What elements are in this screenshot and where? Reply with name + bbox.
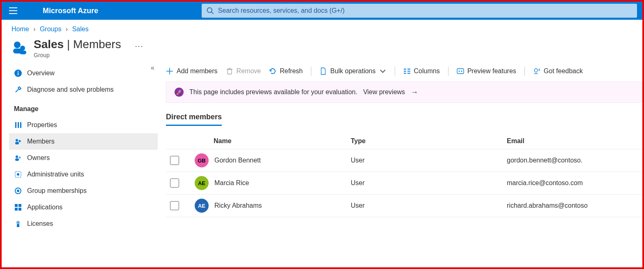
svg-point-22 [17,173,19,176]
sidebar-label: Administrative units [27,171,84,178]
svg-rect-1 [9,10,17,11]
col-type[interactable]: Type [351,137,507,145]
toolbar-label: Add members [177,67,218,75]
member-name-link[interactable]: Gordon Bennett [214,157,261,164]
bulk-operations-button[interactable]: Bulk operations [320,67,386,75]
toolbar: Add members Remove Refresh Bulk operatio… [166,65,642,81]
owners-icon [14,154,22,162]
sidebar-label: Members [27,138,55,145]
table-header: Name Type Email [166,133,642,149]
svg-point-11 [18,71,18,72]
sidebar-label: Diagnose and solve problems [27,86,114,93]
page-title-strong: Sales [34,38,64,51]
preview-features-button[interactable]: Preview features [457,67,516,75]
table-row[interactable]: AERicky AbrahamsUserrichard.abrahams@con… [166,195,642,217]
brand-link[interactable]: Microsoft Azure [43,7,98,15]
members-icon [14,137,22,146]
svg-point-18 [16,155,18,158]
toolbar-label: Columns [414,67,440,75]
toolbar-separator [311,67,311,76]
group-icon [12,39,28,56]
svg-rect-42 [457,69,464,74]
sidebar-item-licenses[interactable]: Licenses [9,216,158,232]
sidebar-label: Licenses [27,220,53,227]
member-name-link[interactable]: Ricky Abrahams [214,202,262,209]
page-title-rest: | Members [64,38,121,51]
sidebar-item-applications[interactable]: Applications [9,199,158,216]
sidebar-item-overview[interactable]: Overview [9,65,158,81]
svg-point-15 [16,139,18,141]
add-members-button[interactable]: Add members [166,67,218,75]
collapse-sidebar-button[interactable]: « [151,64,154,72]
search-box[interactable] [202,4,637,18]
row-checkbox[interactable] [170,156,179,165]
sidebar-label: Owners [27,154,50,162]
members-table: Name Type Email GBGordon BennettUsergord… [166,133,642,217]
member-email: richard.abrahams@contoso [507,202,642,209]
row-checkbox[interactable] [170,179,179,188]
tab-direct-members[interactable]: Direct members [166,113,222,126]
refresh-icon [269,67,276,75]
toolbar-separator [524,67,525,76]
feedback-icon [533,67,540,75]
breadcrumb-groups[interactable]: Groups [40,26,61,32]
svg-rect-12 [15,122,16,128]
svg-point-44 [461,71,462,72]
svg-line-4 [212,12,214,14]
table-row[interactable]: AEMarcia RiceUsermarcia.rice@contoso.com [166,172,642,195]
page-header: Sales | Members Group ··· [2,36,642,65]
sidebar-item-owners[interactable]: Owners [9,150,158,166]
refresh-button[interactable]: Refresh [269,67,303,75]
table-row[interactable]: GBGordon BennettUsergordon.bennett@conto… [166,149,642,172]
col-email[interactable]: Email [507,137,642,145]
page-subtitle: Group [34,52,121,58]
sidebar-item-properties[interactable]: Properties [9,117,158,133]
search-input[interactable] [218,7,632,14]
search-icon [207,7,214,14]
svg-rect-27 [15,208,18,211]
sidebar-item-admin-units[interactable]: Administrative units [9,166,158,183]
svg-rect-2 [9,13,17,14]
svg-point-16 [19,140,21,142]
svg-point-29 [16,221,20,224]
svg-rect-10 [18,72,18,75]
svg-rect-20 [15,158,19,161]
columns-icon [403,67,411,75]
feedback-button[interactable]: Got feedback [533,67,583,75]
breadcrumb-home[interactable]: Home [12,26,29,32]
toolbar-label: Refresh [280,67,303,75]
body: « Overview Diagnose and solve problems M… [2,65,642,269]
hamburger-menu-button[interactable] [5,2,21,19]
page-title: Sales | Members [34,38,121,51]
member-email: marcia.rice@contoso.com [507,179,642,187]
sidebar-item-group-memberships[interactable]: Group memberships [9,183,158,199]
sidebar-item-members[interactable]: Members [9,133,158,150]
more-actions-button[interactable]: ··· [135,42,144,51]
banner-text: This page includes previews available fo… [189,88,357,96]
licenses-icon [14,220,22,228]
member-name-link[interactable]: Marcia Rice [214,179,249,187]
rocket-icon: 🚀 [175,88,184,97]
col-name[interactable]: Name [195,137,351,145]
preview-banner: 🚀 This page includes previews available … [166,81,642,103]
svg-rect-26 [18,204,21,207]
columns-button[interactable]: Columns [403,67,440,75]
breadcrumb-sep: › [33,26,35,32]
info-icon [14,69,22,77]
remove-button: Remove [226,67,261,75]
svg-rect-25 [15,204,18,207]
banner-link[interactable]: View previews [363,88,405,96]
sidebar-label: Overview [27,70,55,77]
row-checkbox[interactable] [170,201,179,210]
preview-icon [457,67,464,75]
breadcrumb-sales[interactable]: Sales [72,26,89,32]
avatar: GB [195,153,209,167]
sidebar-item-diagnose[interactable]: Diagnose and solve problems [9,81,158,98]
wrench-icon [14,86,22,94]
svg-rect-14 [20,122,21,128]
svg-point-3 [207,8,212,13]
svg-rect-0 [9,7,17,8]
sidebar-section-manage: Manage [9,98,158,117]
sidebar: « Overview Diagnose and solve problems M… [2,65,158,269]
search-wrap [202,4,639,18]
